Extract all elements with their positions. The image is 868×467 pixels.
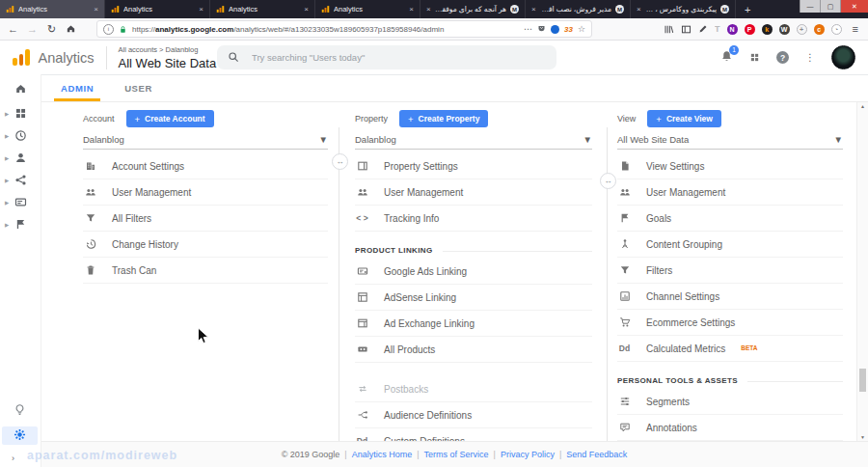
- forward-icon[interactable]: →: [25, 24, 40, 35]
- minimize-button[interactable]: —: [800, 0, 820, 13]
- keepa-extension-icon[interactable]: k: [762, 24, 773, 35]
- tab-close-icon[interactable]: ×: [304, 5, 309, 14]
- sidebar-item-audience[interactable]: ▶: [0, 147, 41, 169]
- menu-icon[interactable]: ≡: [853, 23, 858, 35]
- discover-bulb-icon[interactable]: [0, 400, 40, 422]
- notifications-bell-icon[interactable]: 1: [720, 49, 733, 67]
- list-item[interactable]: AdSense Linking: [355, 285, 592, 311]
- search-input[interactable]: [250, 51, 546, 64]
- url-text[interactable]: https://analytics.google.com/analytics/w…: [132, 25, 519, 34]
- list-item[interactable]: User Management: [617, 179, 843, 206]
- tab-close-icon[interactable]: ×: [531, 5, 536, 14]
- expand-arrow-icon[interactable]: ▶: [5, 200, 9, 206]
- sidebar-item-customization[interactable]: ▶: [0, 102, 41, 124]
- collapse-property-column-button[interactable]: ↔: [600, 173, 616, 189]
- list-item[interactable]: View Settings: [617, 153, 843, 179]
- expand-arrow-icon[interactable]: ▶: [5, 178, 9, 183]
- search-bar[interactable]: [217, 45, 556, 69]
- browser-tab[interactable]: Analytics×: [315, 0, 420, 18]
- tab-close-icon[interactable]: ×: [199, 5, 203, 14]
- new-tab-button[interactable]: +: [736, 0, 759, 18]
- list-item[interactable]: Google Ads Linking: [355, 259, 592, 285]
- view-selector[interactable]: All Web Site Data▼: [617, 129, 843, 150]
- tab-close-icon[interactable]: ×: [637, 5, 641, 14]
- list-item[interactable]: Property Settings: [355, 153, 592, 179]
- list-item[interactable]: User Management: [355, 179, 592, 206]
- sidebar-item-conversions[interactable]: ▶: [0, 213, 41, 235]
- breadcrumb[interactable]: All accounts > Dalanblog: [119, 45, 230, 54]
- browser-tab[interactable]: ×پیکربندی ووکامرس ، مدیر فرو..M: [631, 0, 736, 18]
- padlock-icon[interactable]: [119, 25, 127, 34]
- browser-tab[interactable]: Analytics×: [210, 0, 315, 18]
- maximize-button[interactable]: ▢: [820, 0, 840, 13]
- list-item[interactable]: Ecommerce Settings: [617, 310, 843, 336]
- list-item[interactable]: Postbacks: [355, 376, 592, 402]
- page-info-icon[interactable]: i: [103, 24, 114, 35]
- scroll-up-icon[interactable]: ▲: [857, 102, 868, 111]
- bookmark-star-icon[interactable]: ☆: [578, 25, 585, 34]
- footer-link[interactable]: Terms of Service: [424, 450, 489, 459]
- browser-tab[interactable]: Analytics×: [0, 0, 105, 18]
- sidebar-item-realtime[interactable]: ▶: [0, 124, 41, 147]
- analytics-logo-icon[interactable]: [13, 49, 30, 66]
- pocket-icon[interactable]: [537, 24, 546, 35]
- extension-page-icon[interactable]: [551, 25, 559, 34]
- help-icon[interactable]: ?: [776, 51, 789, 64]
- footer-link[interactable]: Send Feedback: [566, 450, 627, 459]
- tab-close-icon[interactable]: ×: [426, 5, 431, 14]
- grey-extension-icon[interactable]: +: [797, 24, 807, 35]
- reload-icon[interactable]: ↻: [44, 24, 59, 35]
- browser-tab[interactable]: Analytics×: [105, 0, 210, 18]
- overflow-menu-icon[interactable]: ⋮: [805, 53, 815, 63]
- screenshot-pen-icon[interactable]: [698, 24, 708, 34]
- create-property-button[interactable]: +Create Property: [399, 110, 488, 127]
- list-item[interactable]: All Filters: [83, 206, 328, 232]
- list-item[interactable]: Channel Settings: [617, 284, 843, 310]
- list-item[interactable]: DdCalculated MetricsBETA: [617, 336, 843, 362]
- close-window-button[interactable]: ✕: [840, 0, 868, 13]
- list-item[interactable]: Segments: [617, 389, 843, 415]
- list-item[interactable]: Ad Exchange Linking: [355, 311, 592, 337]
- sidebar-item-behavior[interactable]: ▶: [0, 191, 41, 213]
- scrollbar[interactable]: ▲ ▼: [856, 102, 868, 442]
- account-selector[interactable]: Dalanblog▼: [83, 129, 328, 150]
- expand-arrow-icon[interactable]: ▶: [5, 111, 9, 117]
- create-account-button[interactable]: +Create Account: [126, 110, 214, 127]
- tab-close-icon[interactable]: ×: [409, 5, 414, 14]
- expand-arrow-icon[interactable]: ▶: [5, 222, 9, 228]
- list-item[interactable]: Annotations: [617, 415, 843, 441]
- expand-arrow-icon[interactable]: ▶: [5, 155, 9, 161]
- list-item[interactable]: Change History: [83, 232, 328, 258]
- sidebar-item-acquisition[interactable]: ▶: [0, 169, 41, 191]
- page-actions-icon[interactable]: ⋯: [524, 25, 532, 34]
- sidebar-toggle-icon[interactable]: [681, 24, 692, 35]
- url-bar[interactable]: i https://analytics.google.com/analytics…: [96, 20, 592, 38]
- extension-badge[interactable]: 33: [564, 25, 573, 34]
- list-item[interactable]: User Management: [83, 179, 328, 206]
- footer-link[interactable]: Privacy Policy: [501, 450, 555, 459]
- expand-arrow-icon[interactable]: ▶: [5, 133, 9, 139]
- list-item[interactable]: < >Tracking Info: [355, 206, 592, 232]
- disabled-extension-icon[interactable]: T: [715, 24, 720, 34]
- property-selector[interactable]: Dalanblog▼: [355, 129, 592, 150]
- library-icon[interactable]: [664, 24, 674, 35]
- list-item[interactable]: Goals: [617, 206, 843, 232]
- tab-user[interactable]: USER: [122, 74, 155, 101]
- account-extension-icon[interactable]: ◔: [831, 24, 842, 35]
- back-icon[interactable]: ←: [6, 24, 20, 35]
- list-item[interactable]: Filters: [617, 258, 843, 284]
- scrollbar-thumb[interactable]: [859, 369, 866, 392]
- browser-tab[interactable]: ×هر آنجه که برای موفقیت در ک..M: [420, 0, 526, 18]
- collapse-account-column-button[interactable]: ↔: [332, 153, 348, 170]
- wordpress-extension-icon[interactable]: W: [779, 24, 790, 35]
- account-picker[interactable]: All accounts > Dalanblog All Web Site Da…: [119, 45, 230, 70]
- sidebar-item-home[interactable]: [0, 77, 41, 99]
- list-item[interactable]: Account Settings: [83, 153, 328, 179]
- tab-close-icon[interactable]: ×: [94, 5, 98, 14]
- orange-extension-icon[interactable]: c: [814, 24, 825, 35]
- tab-admin[interactable]: ADMIN: [58, 74, 96, 101]
- create-view-button[interactable]: +Create View: [647, 110, 721, 127]
- list-item[interactable]: All Products: [355, 337, 592, 363]
- footer-link[interactable]: Analytics Home: [352, 450, 413, 459]
- list-item[interactable]: Content Grouping: [617, 232, 843, 258]
